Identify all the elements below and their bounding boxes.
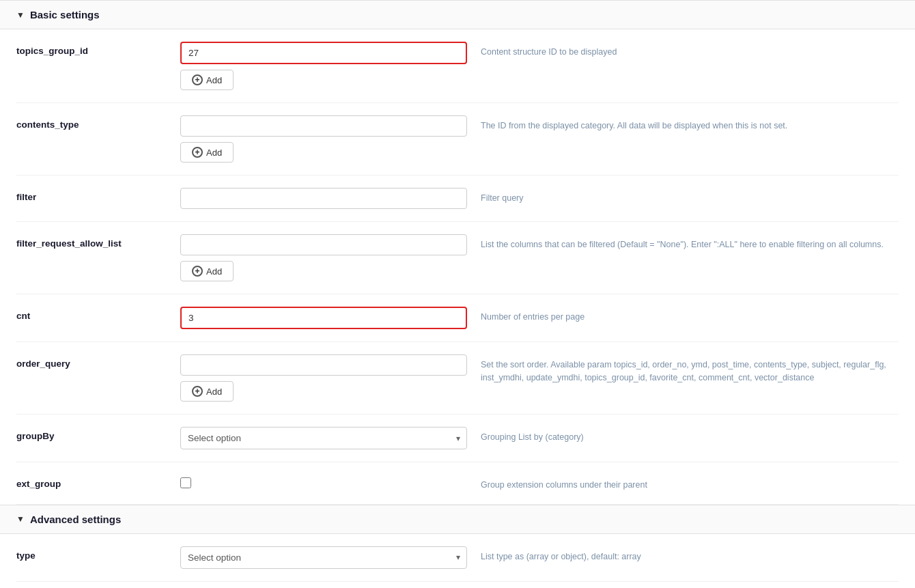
plus-icon-filter_request_allow_list: + [192, 266, 203, 277]
plus-icon-contents_type: + [192, 147, 203, 158]
input-topics_group_id[interactable] [180, 42, 467, 64]
field-row-type: typeSelect option▾List type as (array or… [16, 534, 899, 582]
field-row-ext_group: ext_groupGroup extension columns under t… [16, 462, 899, 505]
add-button-filter_request_allow_list[interactable]: +Add [180, 261, 234, 281]
field-description-topics_group_id: Content structure ID to be displayed [481, 42, 899, 59]
select-groupBy[interactable]: Select option [180, 427, 467, 449]
field-row-filter: filterFilter query [16, 176, 899, 222]
field-row-filter_request_allow_list: filter_request_allow_list+AddList the co… [16, 222, 899, 294]
field-input-area-ext_group [180, 475, 467, 488]
select-wrapper-type: Select option▾ [180, 546, 467, 569]
section-title-basic-settings: Basic settings [30, 9, 100, 20]
field-row-contents_type: contents_type+AddThe ID from the display… [16, 103, 899, 176]
page-container: ▼ Basic settings topics_group_id+AddCont… [0, 0, 915, 588]
field-row-order_query: order_query+AddSet the sort order. Avail… [16, 342, 899, 415]
add-button-order_query[interactable]: +Add [180, 381, 234, 402]
field-description-groupBy: Grouping List by (category) [481, 427, 899, 444]
field-description-cnt: Number of entries per page [481, 307, 899, 324]
field-row-topics_group_id: topics_group_id+AddContent structure ID … [16, 29, 899, 103]
section-header-advanced-settings[interactable]: ▼ Advanced settings [0, 505, 915, 534]
field-input-area-type: Select option▾ [180, 546, 467, 569]
add-button-contents_type[interactable]: +Add [180, 142, 234, 163]
plus-icon-order_query: + [192, 386, 203, 397]
field-input-area-cnt [180, 307, 467, 329]
input-cnt[interactable] [180, 307, 467, 329]
input-filter[interactable] [180, 188, 467, 209]
add-label-topics_group_id: Add [206, 75, 222, 85]
field-input-area-order_query: +Add [180, 354, 467, 402]
field-input-area-contents_type: +Add [180, 115, 467, 163]
field-input-area-topics_group_id: +Add [180, 42, 467, 90]
field-description-type: List type as (array or object), default:… [481, 546, 899, 563]
input-filter_request_allow_list[interactable] [180, 234, 467, 255]
field-description-filter_request_allow_list: List the columns that can be filtered (D… [481, 234, 899, 251]
add-button-topics_group_id[interactable]: +Add [180, 70, 234, 90]
field-row-group_by_category_id: group_by_category_idfiltered by category… [16, 582, 899, 588]
select-type[interactable]: Select option [180, 546, 467, 569]
field-input-area-groupBy: Select option▾ [180, 427, 467, 449]
add-label-contents_type: Add [206, 148, 222, 158]
field-label-filter: filter [16, 188, 167, 202]
field-description-ext_group: Group extension columns under their pare… [481, 475, 899, 492]
section-title-advanced-settings: Advanced settings [30, 514, 121, 525]
field-label-contents_type: contents_type [16, 115, 167, 130]
select-wrapper-groupBy: Select option▾ [180, 427, 467, 449]
input-contents_type[interactable] [180, 115, 467, 137]
field-input-area-filter_request_allow_list: +Add [180, 234, 467, 281]
field-description-order_query: Set the sort order. Available param topi… [481, 354, 899, 384]
field-row-groupBy: groupBySelect option▾Grouping List by (c… [16, 415, 899, 462]
field-description-filter: Filter query [481, 188, 899, 205]
field-label-topics_group_id: topics_group_id [16, 42, 167, 56]
field-label-type: type [16, 546, 167, 561]
add-label-order_query: Add [206, 387, 222, 397]
field-label-ext_group: ext_group [16, 475, 167, 489]
field-label-groupBy: groupBy [16, 427, 167, 441]
input-order_query[interactable] [180, 354, 467, 376]
field-input-area-filter [180, 188, 467, 209]
field-label-cnt: cnt [16, 307, 167, 321]
section-body-basic-settings: topics_group_id+AddContent structure ID … [0, 29, 915, 505]
field-row-cnt: cntNumber of entries per page [16, 294, 899, 342]
section-header-basic-settings[interactable]: ▼ Basic settings [0, 0, 915, 29]
field-description-contents_type: The ID from the displayed category. All … [481, 115, 899, 132]
field-label-filter_request_allow_list: filter_request_allow_list [16, 234, 167, 249]
section-body-advanced-settings: typeSelect option▾List type as (array or… [0, 534, 915, 588]
add-label-filter_request_allow_list: Add [206, 266, 222, 277]
section-arrow-basic-settings: ▼ [16, 10, 25, 20]
plus-icon-topics_group_id: + [192, 74, 203, 85]
checkbox-ext_group[interactable] [180, 477, 191, 488]
section-arrow-advanced-settings: ▼ [16, 514, 25, 524]
checkbox-wrapper-ext_group [180, 475, 467, 488]
field-label-order_query: order_query [16, 354, 167, 369]
